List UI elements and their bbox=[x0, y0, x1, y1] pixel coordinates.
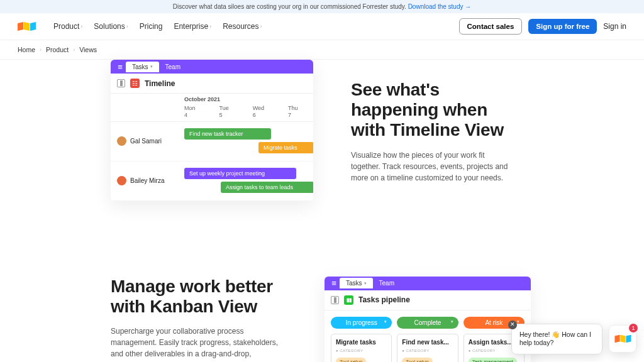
card-tag: Tool setup bbox=[336, 358, 366, 362]
tab-tasks[interactable]: Tasks ▾ bbox=[126, 62, 159, 72]
signin-link[interactable]: Sign in bbox=[603, 22, 626, 31]
card-category-label: ● CATEGORY bbox=[402, 349, 453, 353]
status-pill[interactable]: In progress bbox=[331, 317, 392, 329]
crumb-views: Views bbox=[79, 46, 97, 53]
tab-team[interactable]: Team bbox=[159, 62, 187, 72]
view-title: Tasks pipeline bbox=[358, 295, 410, 304]
chevron-down-icon: › bbox=[126, 23, 128, 30]
kanban-icon: ▮▮ bbox=[344, 295, 353, 305]
day-header: Tue5 bbox=[219, 105, 229, 119]
section1-sub: Visualize how the pieces of your work fi… bbox=[351, 150, 514, 184]
timeline-icon: ☷ bbox=[130, 79, 140, 88]
timeline-bar[interactable]: Assign tasks to team leads bbox=[221, 182, 313, 193]
notification-badge: 1 bbox=[629, 324, 638, 332]
avatar bbox=[117, 136, 126, 146]
avatar bbox=[117, 176, 126, 185]
assignee[interactable]: Bailey Mirza bbox=[111, 176, 184, 185]
kanban-preview-card: ≡ Tasks ▾ Team ▮▮ Tasks pipeline In prog… bbox=[325, 277, 531, 362]
day-header: Wed6 bbox=[253, 105, 264, 119]
top-nav: Product› Solutions› Pricing Enterprise› … bbox=[0, 13, 644, 40]
sidebar-toggle-icon[interactable] bbox=[331, 296, 339, 304]
signup-button[interactable]: Sign up for free bbox=[528, 19, 597, 34]
breadcrumb: Home› Product› Views bbox=[0, 40, 644, 60]
logo[interactable] bbox=[18, 23, 36, 30]
chevron-down-icon: › bbox=[80, 23, 82, 30]
menu-icon[interactable]: ≡ bbox=[114, 62, 126, 72]
close-icon[interactable]: ✕ bbox=[508, 321, 517, 329]
section2-heading: Manage work better with Kanban View bbox=[111, 277, 287, 317]
tab-team[interactable]: Team bbox=[373, 278, 401, 288]
crumb-home[interactable]: Home bbox=[18, 46, 35, 53]
card-tag: Tool setup bbox=[402, 358, 432, 362]
nav-pricing[interactable]: Pricing bbox=[140, 22, 163, 31]
day-header: Mon4 bbox=[184, 105, 196, 119]
timeline-bar[interactable]: Set up weekly project meeting bbox=[184, 168, 296, 179]
crumb-product[interactable]: Product bbox=[46, 46, 69, 53]
banner-link[interactable]: Download the study → bbox=[408, 3, 472, 10]
section1-heading: See what's happening when with Timeline … bbox=[351, 80, 514, 141]
kanban-column: CompleteFind new task...● CATEGORYTool s… bbox=[397, 317, 458, 362]
timeline-preview-card: ≡ Tasks ▾ Team ☷ Timeline October 2021 M… bbox=[111, 60, 313, 201]
timeline-row: Gal SamariFind new task trackerMigrate t… bbox=[111, 122, 313, 162]
card-tag: Task management bbox=[469, 358, 517, 362]
card-title: Migrate tasks bbox=[336, 339, 387, 346]
kanban-column: In progressMigrate tasks● CATEGORYTool s… bbox=[331, 317, 392, 362]
nav-enterprise[interactable]: Enterprise› bbox=[174, 22, 211, 31]
chevron-down-icon: › bbox=[260, 23, 262, 30]
chat-widget: ✕ Hey there! 👋 How can I help today? 1 bbox=[511, 324, 636, 354]
day-header: Thu7 bbox=[288, 105, 298, 119]
kanban-card[interactable]: Migrate tasks● CATEGORYTool setup bbox=[331, 334, 392, 362]
menu-icon[interactable]: ≡ bbox=[328, 278, 340, 288]
timeline-bar[interactable]: Find new task tracker bbox=[184, 128, 271, 140]
card-title: Find new task... bbox=[402, 339, 453, 346]
sidebar-toggle-icon[interactable] bbox=[117, 79, 125, 87]
chat-bubble: ✕ Hey there! 👋 How can I help today? bbox=[511, 324, 602, 354]
timeline-row: Bailey MirzaSet up weekly project meetin… bbox=[111, 162, 313, 201]
banner-text: Discover what data siloes are costing yo… bbox=[173, 3, 406, 10]
promo-banner: Discover what data siloes are costing yo… bbox=[0, 0, 644, 13]
nav-product[interactable]: Product› bbox=[53, 22, 82, 31]
chevron-down-icon: › bbox=[209, 23, 211, 30]
month-label: October 2021 bbox=[184, 96, 220, 102]
tab-tasks[interactable]: Tasks ▾ bbox=[340, 278, 373, 288]
timeline-bar[interactable]: Migrate tasks bbox=[258, 142, 313, 153]
status-pill[interactable]: Complete bbox=[397, 317, 458, 329]
contact-sales-button[interactable]: Contact sales bbox=[459, 18, 523, 35]
kanban-card[interactable]: Find new task...● CATEGORYTool setup bbox=[397, 334, 458, 362]
nav-solutions[interactable]: Solutions› bbox=[94, 22, 128, 31]
assignee[interactable]: Gal Samari bbox=[111, 136, 184, 146]
view-title: Timeline bbox=[145, 79, 175, 88]
chat-launcher[interactable]: 1 bbox=[609, 325, 636, 353]
nav-resources[interactable]: Resources› bbox=[223, 22, 262, 31]
section2-sub: Supercharge your collaborative process m… bbox=[111, 326, 287, 359]
card-category-label: ● CATEGORY bbox=[336, 349, 387, 353]
